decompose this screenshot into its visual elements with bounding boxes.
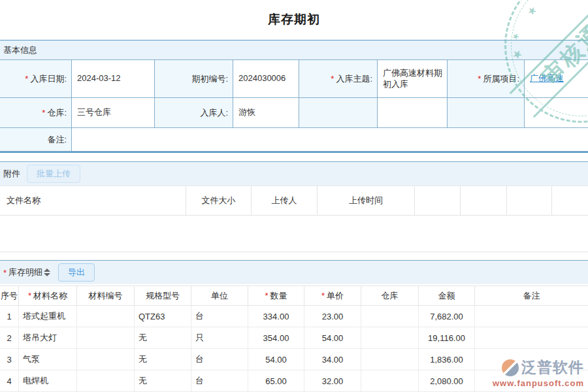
table-cell bbox=[475, 306, 588, 327]
inventory-section: * 库存明细 导出 序号 *材料名称 材料编号 规格型号 单位 *数量 *单价 … bbox=[0, 260, 588, 392]
inventory-toolbar: * 库存明细 导出 bbox=[0, 261, 588, 284]
required-marker: * bbox=[42, 108, 45, 118]
col-unit-price: *单价 bbox=[304, 286, 361, 306]
empty-label-cell bbox=[299, 98, 378, 128]
table-cell: 气泵 bbox=[19, 349, 77, 370]
basic-info-section: 基本信息 *入库日期: 2024-03-12 期初编号: 2024030006 … bbox=[0, 40, 588, 153]
table-cell: 2 bbox=[0, 327, 19, 349]
remark-label: 备注: bbox=[0, 128, 72, 152]
date-value: 2024-03-12 bbox=[72, 60, 155, 98]
table-cell bbox=[361, 327, 419, 349]
inventory-table: 序号 *材料名称 材料编号 规格型号 单位 *数量 *单价 仓库 金额 备注 1… bbox=[0, 286, 588, 392]
required-marker: * bbox=[25, 74, 28, 84]
code-label: 期初编号: bbox=[155, 60, 233, 98]
warehouse-label: *仓库: bbox=[0, 98, 72, 128]
col-empty bbox=[552, 186, 588, 216]
table-cell: 19,116.00 bbox=[419, 327, 475, 349]
table-cell: 7,682.00 bbox=[419, 306, 475, 327]
table-cell: 334.00 bbox=[248, 306, 304, 327]
project-value: 广佛高速 bbox=[525, 60, 588, 98]
inventory-title: * 库存明细 bbox=[3, 267, 52, 278]
col-material-name: *材料名称 bbox=[19, 286, 77, 306]
col-unit: 单位 bbox=[191, 286, 248, 306]
required-marker: * bbox=[265, 291, 268, 301]
table-cell bbox=[77, 327, 135, 349]
warehouse-value: 三号仓库 bbox=[72, 98, 155, 128]
table-cell bbox=[77, 349, 135, 370]
col-remark: 备注 bbox=[475, 286, 588, 306]
required-marker: * bbox=[3, 268, 7, 278]
sort-icon[interactable] bbox=[44, 269, 50, 276]
col-upload-time: 上传时间 bbox=[318, 186, 415, 216]
batch-upload-button[interactable]: 批量上传 bbox=[27, 165, 80, 183]
table-cell bbox=[475, 327, 588, 349]
col-spec-model: 规格型号 bbox=[135, 286, 191, 306]
attachments-table-header: 文件名称 文件大小 上传人 上传时间 bbox=[0, 186, 588, 216]
date-label: *入库日期: bbox=[0, 60, 72, 98]
table-cell: 塔式起重机 bbox=[19, 306, 77, 327]
col-empty bbox=[461, 186, 507, 216]
operator-value: 游恢 bbox=[233, 98, 299, 128]
empty-label-cell bbox=[448, 98, 525, 128]
table-cell: 台 bbox=[191, 349, 248, 370]
table-cell: 2,080.00 bbox=[419, 370, 475, 392]
table-cell bbox=[77, 306, 135, 327]
attachments-toolbar: 附件 批量上传 bbox=[0, 162, 588, 186]
table-cell: 台 bbox=[191, 370, 248, 392]
table-cell: QTZ63 bbox=[135, 306, 191, 327]
table-cell bbox=[77, 370, 135, 392]
export-button[interactable]: 导出 bbox=[58, 263, 95, 282]
col-empty bbox=[507, 186, 552, 216]
table-cell: 台 bbox=[191, 306, 248, 327]
required-marker: * bbox=[478, 74, 481, 84]
table-cell: 354.00 bbox=[248, 327, 304, 349]
page: 库存期初 审核通过 ★ ★ ★ ★ ★ ★ ★ 基本信息 *入库日期: 2024… bbox=[0, 0, 588, 392]
remark-value bbox=[72, 128, 588, 152]
table-cell: 54.00 bbox=[248, 349, 304, 370]
table-cell: 1,836.00 bbox=[419, 349, 475, 370]
required-marker: * bbox=[321, 291, 325, 301]
table-cell: 塔吊大灯 bbox=[19, 327, 77, 349]
attachments-empty-body bbox=[0, 216, 588, 252]
table-cell: 34.00 bbox=[304, 349, 361, 370]
col-empty bbox=[415, 186, 461, 216]
col-amount: 金额 bbox=[419, 286, 475, 306]
project-label: *所属项目: bbox=[448, 60, 525, 98]
table-cell bbox=[361, 349, 419, 370]
col-quantity: *数量 bbox=[248, 286, 304, 306]
project-link[interactable]: 广佛高速 bbox=[530, 73, 564, 84]
attachments-section: 附件 批量上传 文件名称 文件大小 上传人 上传时间 bbox=[0, 161, 588, 252]
code-value: 2024030006 bbox=[233, 60, 299, 98]
table-cell: 无 bbox=[135, 327, 191, 349]
table-cell: 无 bbox=[135, 349, 191, 370]
table-cell: 1 bbox=[0, 306, 19, 327]
table-cell bbox=[361, 306, 419, 327]
table-cell: 54.00 bbox=[304, 327, 361, 349]
table-cell: 65.00 bbox=[248, 370, 304, 392]
basic-info-header: 基本信息 bbox=[0, 41, 588, 60]
subject-value: 广佛高速材料期初入库 bbox=[378, 60, 448, 98]
table-cell: 电焊机 bbox=[19, 370, 77, 392]
empty-value-cell bbox=[378, 98, 448, 128]
required-marker: * bbox=[331, 74, 334, 84]
col-seq: 序号 bbox=[0, 286, 19, 306]
table-cell bbox=[475, 370, 588, 392]
col-material-code: 材料编号 bbox=[77, 286, 135, 306]
basic-info-title: 基本信息 bbox=[3, 44, 37, 56]
operator-label: 入库人: bbox=[155, 98, 233, 128]
col-uploader: 上传人 bbox=[252, 186, 318, 216]
table-cell: 32.00 bbox=[304, 370, 361, 392]
table-cell: 只 bbox=[191, 327, 248, 349]
table-cell bbox=[475, 349, 588, 370]
col-file-size: 文件大小 bbox=[186, 186, 252, 216]
page-title: 库存期初 bbox=[0, 11, 588, 28]
col-file-name: 文件名称 bbox=[0, 186, 186, 216]
table-cell bbox=[361, 370, 419, 392]
table-cell: 3 bbox=[0, 349, 19, 370]
empty-value-cell bbox=[525, 98, 588, 128]
subject-label: *入库主题: bbox=[299, 60, 378, 98]
col-warehouse: 仓库 bbox=[361, 286, 419, 306]
table-cell: 无 bbox=[135, 370, 191, 392]
table-cell: 4 bbox=[0, 370, 19, 392]
required-marker: * bbox=[28, 291, 31, 301]
